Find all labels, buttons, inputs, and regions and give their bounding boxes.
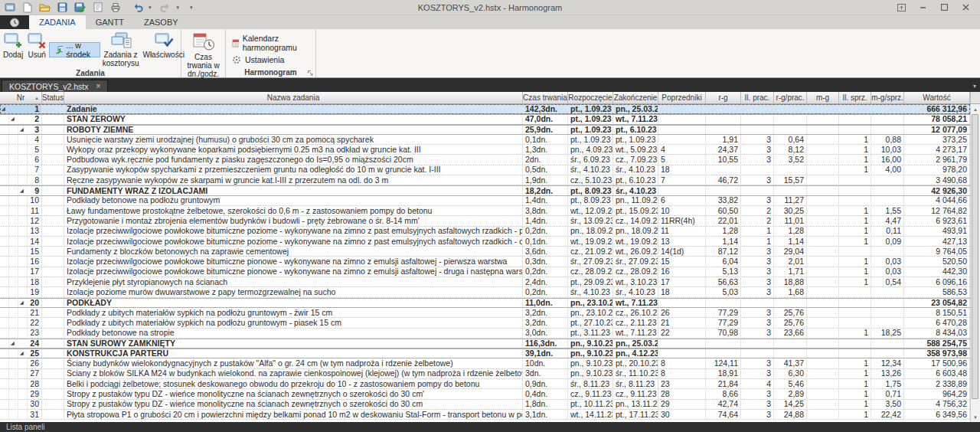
cell-wartosc[interactable]: 586,53 [904,287,970,296]
cell-czas[interactable]: 3,8dn. [523,206,568,215]
scroll-up-button[interactable]: ▲ [971,104,980,114]
cell-mg[interactable] [807,339,839,348]
kalendarz-harmonogramu-button[interactable]: Kalendarz harmonogramu [232,34,309,52]
cell-ilprac[interactable] [741,115,774,123]
task-row[interactable]: 10Podkłady betonowe na podłożu gruntowym… [0,196,970,206]
new-document-button[interactable] [21,2,34,14]
cell-nr[interactable]: 26 [0,358,42,368]
cell-name[interactable]: Ławy fundamentowe prostokątne żelbetowe,… [64,206,523,215]
cell-end[interactable]: pn., 25.03.24 [613,339,658,348]
cell-name[interactable]: Stropy z pustaków typu DZ - wieńce monol… [64,400,523,409]
cell-nr[interactable]: 5 [0,145,42,154]
cell-ilprac[interactable]: 3 [741,155,774,164]
cell-end[interactable]: pn., 13.11.23 [613,400,658,409]
cell-mg[interactable] [807,115,839,123]
cell-ilsprz[interactable]: 1 [839,165,871,175]
ribbon-tab-zadania[interactable]: ZADANIA [29,15,86,29]
tab-list-dropdown-icon[interactable]: ▾ [973,83,980,92]
cell-rgprac[interactable]: 6,30 [774,369,807,378]
cell-mgsprz[interactable]: 0,03 [871,267,904,277]
cell-status[interactable] [42,135,64,144]
cell-mgsprz[interactable] [871,287,904,296]
column-header-ilprac[interactable]: Il. prac. [741,92,774,103]
cell-rg[interactable]: 70,98 [706,329,741,338]
task-row[interactable]: 17Izolacje przeciwwilgociowe powłokowe b… [0,267,970,277]
cell-status[interactable] [42,216,64,225]
cell-mg[interactable] [807,186,839,195]
cell-wartosc[interactable]: 6 470,28 [904,318,970,327]
cell-mg[interactable] [807,379,839,388]
task-row[interactable]: ◢2STAN ZEROWY47,0dn.pt., 1.09.23wt., 7.1… [0,114,970,124]
cell-rg[interactable]: 1,28 [706,227,741,236]
cell-name[interactable]: Ściany budynków wielokondygnacyjnych z p… [64,358,523,368]
cell-wartosc[interactable]: 493,91 [904,227,970,236]
cell-mg[interactable] [807,287,839,296]
cell-start[interactable]: pn., 9.10.23 [568,358,613,368]
scrollbar-thumb[interactable] [972,114,978,399]
cell-rg[interactable]: 22,01 [706,216,741,225]
cell-ilsprz[interactable]: 1 [839,135,871,144]
cell-nr[interactable]: 10 [0,196,42,205]
cell-mg[interactable] [807,349,839,358]
cell-nr[interactable]: 17 [0,267,42,277]
cell-wartosc[interactable]: 12 764,82 [904,206,970,215]
cell-mg[interactable] [807,216,839,225]
cell-wartosc[interactable]: 6 603,48 [904,369,970,378]
cell-name[interactable]: Izolacje poziome murów dwuwarstwowe z pa… [64,287,523,296]
cell-wartosc[interactable]: 23 054,82 [904,299,970,307]
task-row[interactable]: 5Wykopy oraz przekopy wykonywane koparka… [0,145,970,155]
cell-name[interactable]: Izolacje przeciwwilgociowe powłokowe bit… [64,227,523,236]
cell-start[interactable]: pt., 3.11.23 [568,329,613,338]
cell-poprz[interactable] [658,349,706,358]
cell-wartosc[interactable]: 4 044,66 [904,196,970,205]
task-row[interactable]: 16Izolacje przeciwwilgociowe powłokowe b… [0,257,970,267]
task-row[interactable]: 30Stropy z pustaków typu DZ - wieńce mon… [0,400,970,410]
cell-czas[interactable]: 0,2dn. [523,287,568,296]
cell-name[interactable]: Zasypywanie wykopów spycharkami z przemi… [64,165,523,175]
cell-poprz[interactable]: 30 [658,410,706,419]
cell-rgprac[interactable]: 41,37 [774,358,807,368]
cell-rg[interactable]: 60,50 [706,206,741,215]
expand-node-icon[interactable]: ◢ [11,339,15,348]
cell-start[interactable]: pt., 27.10.23 [568,318,613,327]
cell-start[interactable]: wt., 14.11.23 [568,410,613,419]
cell-poprz[interactable]: 22 [658,329,706,338]
column-header-mg[interactable]: m-g [807,92,839,103]
cell-rg[interactable]: 42,74 [706,400,741,409]
cell-status[interactable] [42,389,64,398]
cell-name[interactable]: ROBOTY ZIEMNE [64,126,523,134]
cell-ilsprz[interactable]: 1 [839,358,871,368]
cell-wartosc[interactable]: 9 764,05 [904,247,970,256]
cell-name[interactable]: Izolacje przeciwwilgociowe powłokowe bit… [64,257,523,266]
cell-mg[interactable] [807,175,839,185]
cell-rgprac[interactable]: 1,68 [774,287,807,296]
cell-wartosc[interactable]: 8 150,51 [904,308,970,317]
cell-czas[interactable]: 39,1dn. [523,349,568,358]
cell-mg[interactable] [807,126,839,134]
task-row[interactable]: ◢25KONSTRUKCJA PARTERU39,1dn.pn., 9.10.2… [0,349,970,358]
cell-wartosc[interactable]: 358 973,98 [904,349,970,358]
cell-ilsprz[interactable]: 1 [839,216,871,225]
cell-wartosc[interactable]: 78 058,21 [904,115,970,123]
cell-end[interactable]: cz., 26.10.23 [613,308,658,317]
cell-name[interactable]: Izolacje przeciwwilgociowe powłokowe bit… [64,267,523,277]
cell-mg[interactable] [807,308,839,317]
cell-poprz[interactable] [658,299,706,307]
cell-end[interactable]: pt., 1.09.23 [613,135,658,144]
dodaj-button[interactable]: Dodaj [2,31,24,68]
cell-end[interactable]: pn., 11.09.23 [613,196,658,205]
cell-ilprac[interactable]: 3 [741,410,774,419]
cell-start[interactable]: pn., 4.09.23 [568,145,613,154]
task-row[interactable]: 23Podkłady betonowe na stropie3,0dn.pt.,… [0,329,970,339]
cell-mgsprz[interactable] [871,126,904,134]
cell-end[interactable]: śr., 8.11.23 [613,379,658,388]
cell-status[interactable] [42,349,64,358]
cell-czas[interactable]: 0,9dn. [523,379,568,388]
cell-mg[interactable] [807,400,839,409]
cell-ilsprz[interactable] [839,186,871,195]
cell-mg[interactable] [807,267,839,277]
ribbon-tab-zasoby[interactable]: ZASOBY [134,15,188,29]
cell-name[interactable]: FUNDAMENTY WRAZ Z IZOLACJAMI [64,186,523,195]
cell-rgprac[interactable]: 24,88 [774,410,807,419]
cell-rgprac[interactable]: 5,46 [774,379,807,388]
